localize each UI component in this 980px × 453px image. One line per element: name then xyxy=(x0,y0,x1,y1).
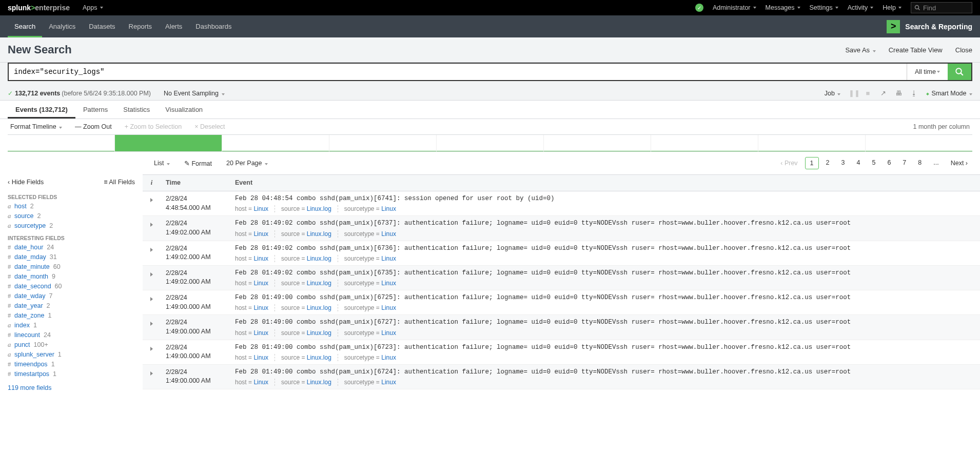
field-timestartpos[interactable]: #timestartpos1 xyxy=(8,369,135,379)
expand-event-button[interactable] xyxy=(143,318,161,336)
event-field-sourcetype[interactable]: sourcetype = Linux xyxy=(338,379,402,386)
search-mode-menu[interactable]: ⬥Smart Mode xyxy=(926,90,972,97)
field-sourcetype[interactable]: asourcetype2 xyxy=(8,221,135,231)
tab-statistics[interactable]: Statistics xyxy=(115,101,158,119)
format-timeline-button[interactable]: Format Timeline xyxy=(10,123,62,130)
top-menu-settings[interactable]: Settings xyxy=(810,4,838,11)
health-status-icon[interactable]: ✓ xyxy=(695,4,703,12)
event-field-host[interactable]: host = Linux xyxy=(235,255,275,262)
event-list-mode[interactable]: List xyxy=(154,160,170,167)
field-host[interactable]: ahost2 xyxy=(8,202,135,211)
page-5[interactable]: 5 xyxy=(867,157,880,169)
hide-fields-button[interactable]: ‹ Hide Fields xyxy=(8,179,44,186)
page-...[interactable]: ... xyxy=(929,157,943,169)
event-field-host[interactable]: host = Linux xyxy=(235,230,275,238)
event-field-source[interactable]: source = Linux.log xyxy=(275,205,338,212)
field-linecount[interactable]: #linecount24 xyxy=(8,330,135,340)
event-field-sourcetype[interactable]: sourcetype = Linux xyxy=(338,304,402,311)
top-menu-administrator[interactable]: Administrator xyxy=(713,4,756,11)
expand-event-button[interactable] xyxy=(143,219,161,237)
per-page-menu[interactable]: 20 Per Page xyxy=(226,160,268,167)
find-input[interactable]: Find xyxy=(911,2,972,13)
field-source[interactable]: asource2 xyxy=(8,211,135,221)
timeline-chart[interactable] xyxy=(8,134,972,152)
field-timeendpos[interactable]: #timeendpos1 xyxy=(8,360,135,369)
tab-visualization[interactable]: Visualization xyxy=(158,101,210,119)
field-date_mday[interactable]: #date_mday31 xyxy=(8,252,135,262)
event-field-host[interactable]: host = Linux xyxy=(235,280,275,287)
event-field-sourcetype[interactable]: sourcetype = Linux xyxy=(338,329,402,337)
event-field-sourcetype[interactable]: sourcetype = Linux xyxy=(338,354,402,361)
event-field-source[interactable]: source = Linux.log xyxy=(275,304,338,311)
event-time[interactable]: 2/28/241:49:02.000 AM xyxy=(161,269,230,287)
event-count[interactable]: 132,712 events xyxy=(15,90,60,97)
expand-event-button[interactable] xyxy=(143,244,161,262)
spl-query-input[interactable] xyxy=(9,64,907,80)
page-4[interactable]: 4 xyxy=(852,157,865,169)
field-splunk_server[interactable]: asplunk_server1 xyxy=(8,350,135,360)
field-date_wday[interactable]: #date_wday7 xyxy=(8,291,135,301)
top-menu-activity[interactable]: Activity xyxy=(848,4,874,11)
event-field-source[interactable]: source = Linux.log xyxy=(275,329,338,337)
event-field-source[interactable]: source = Linux.log xyxy=(275,379,338,386)
tab-events[interactable]: Events (132,712) xyxy=(8,101,75,119)
more-fields-link[interactable]: 119 more fields xyxy=(8,384,135,391)
field-index[interactable]: aindex1 xyxy=(8,321,135,330)
expand-event-button[interactable] xyxy=(143,368,161,386)
event-time[interactable]: 2/28/241:49:00.000 AM xyxy=(161,318,230,336)
event-field-source[interactable]: source = Linux.log xyxy=(275,255,338,262)
field-punct[interactable]: apunct100+ xyxy=(8,340,135,350)
all-fields-button[interactable]: ≡ All Fields xyxy=(104,179,135,186)
page-8[interactable]: 8 xyxy=(913,157,926,169)
time-range-picker[interactable]: All time xyxy=(907,64,948,80)
field-date_year[interactable]: #date_year2 xyxy=(8,301,135,311)
page-6[interactable]: 6 xyxy=(883,157,895,169)
event-field-source[interactable]: source = Linux.log xyxy=(275,354,338,361)
nav-search[interactable]: Search xyxy=(8,15,42,37)
event-raw[interactable]: Feb 28 01:49:00 combo sshd(pam_unix)[672… xyxy=(235,318,975,326)
nav-analytics[interactable]: Analytics xyxy=(42,15,82,37)
page-2[interactable]: 2 xyxy=(821,157,834,169)
field-date_second[interactable]: #date_second60 xyxy=(8,282,135,291)
apps-menu[interactable]: Apps xyxy=(83,4,103,11)
create-table-view-button[interactable]: Create Table View xyxy=(889,46,943,54)
col-header-event[interactable]: Event xyxy=(230,175,980,191)
event-field-host[interactable]: host = Linux xyxy=(235,329,275,337)
event-raw[interactable]: Feb 28 01:49:00 combo sshd(pam_unix)[672… xyxy=(235,293,975,302)
event-time[interactable]: 2/28/244:48:54.000 AM xyxy=(161,194,230,212)
field-date_month[interactable]: #date_month9 xyxy=(8,272,135,282)
app-name[interactable]: Search & Reporting xyxy=(905,23,972,31)
top-menu-messages[interactable]: Messages xyxy=(766,4,800,11)
event-raw[interactable]: Feb 28 01:49:02 combo sshd(pam_unix)[673… xyxy=(235,269,975,277)
nav-datasets[interactable]: Datasets xyxy=(82,15,122,37)
expand-event-button[interactable] xyxy=(143,293,161,311)
event-field-sourcetype[interactable]: sourcetype = Linux xyxy=(338,280,402,287)
nav-reports[interactable]: Reports xyxy=(122,15,159,37)
nav-dashboards[interactable]: Dashboards xyxy=(189,15,238,37)
tab-patterns[interactable]: Patterns xyxy=(75,101,115,119)
nav-alerts[interactable]: Alerts xyxy=(159,15,189,37)
event-raw[interactable]: Feb 28 04:48:54 combo sshd(pam_unix)[674… xyxy=(235,194,975,203)
event-field-source[interactable]: source = Linux.log xyxy=(275,280,338,287)
col-header-time[interactable]: Time xyxy=(161,175,230,191)
save-as-button[interactable]: Save As xyxy=(845,46,875,54)
event-time[interactable]: 2/28/241:49:00.000 AM xyxy=(161,343,230,361)
col-header-info[interactable]: i xyxy=(143,175,161,191)
event-raw[interactable]: Feb 28 01:49:00 combo sshd(pam_unix)[672… xyxy=(235,368,975,376)
event-field-sourcetype[interactable]: sourcetype = Linux xyxy=(338,205,402,212)
event-time[interactable]: 2/28/241:49:02.000 AM xyxy=(161,219,230,237)
field-date_zone[interactable]: #date_zone1 xyxy=(8,311,135,321)
event-field-host[interactable]: host = Linux xyxy=(235,205,275,212)
next-page-button[interactable]: Next › xyxy=(946,157,972,169)
top-menu-help[interactable]: Help xyxy=(883,4,901,11)
event-time[interactable]: 2/28/241:49:02.000 AM xyxy=(161,244,230,262)
event-field-host[interactable]: host = Linux xyxy=(235,304,275,311)
field-date_minute[interactable]: #date_minute60 xyxy=(8,262,135,272)
page-7[interactable]: 7 xyxy=(898,157,911,169)
event-field-host[interactable]: host = Linux xyxy=(235,354,275,361)
print-icon[interactable]: 🖶 xyxy=(895,89,902,97)
export-icon[interactable]: ⭳ xyxy=(910,89,917,97)
event-raw[interactable]: Feb 28 01:49:02 combo sshd(pam_unix)[673… xyxy=(235,244,975,252)
event-raw[interactable]: Feb 28 01:49:02 combo sshd(pam_unix)[673… xyxy=(235,219,975,227)
run-search-button[interactable] xyxy=(948,64,971,80)
